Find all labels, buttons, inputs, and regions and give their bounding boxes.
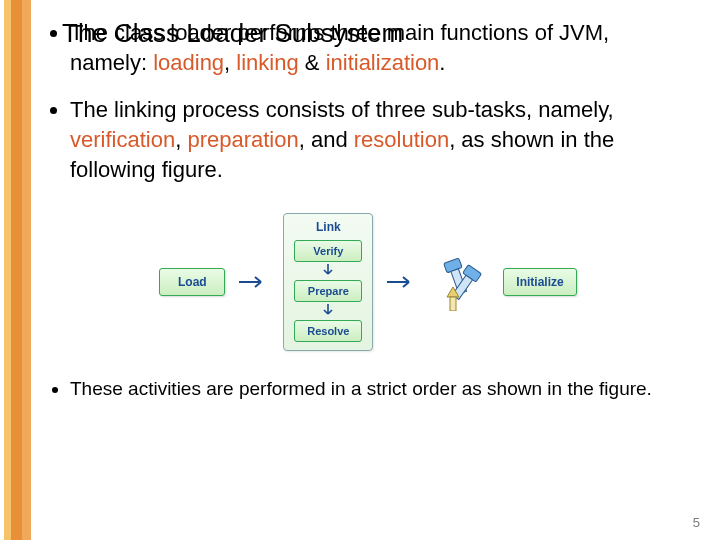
text-run: The linking process consists of three su… xyxy=(70,97,614,122)
arrow-down-icon xyxy=(322,306,334,316)
initialize-box: Initialize xyxy=(503,268,576,296)
bullet-list-2: These activities are performed in a stri… xyxy=(48,376,688,402)
text-run: resolution xyxy=(354,127,449,152)
page-number: 5 xyxy=(693,515,700,530)
arrow-icon xyxy=(387,275,417,289)
text-run: , xyxy=(175,127,187,152)
text-run: These activities are performed in a stri… xyxy=(70,378,652,399)
bullet-item: The linking process consists of three su… xyxy=(70,95,688,184)
classloader-figure: Load Link Verify Prepare Resolve xyxy=(158,202,578,362)
link-box: Link Verify Prepare Resolve xyxy=(283,213,373,351)
text-run: & xyxy=(299,50,326,75)
text-run: , xyxy=(224,50,236,75)
svg-rect-5 xyxy=(450,297,456,311)
load-box: Load xyxy=(159,268,225,296)
text-run: verification xyxy=(70,127,175,152)
text-run: loading xyxy=(153,50,224,75)
link-label: Link xyxy=(316,220,341,234)
slide-title: The Class Loader Subsystem xyxy=(62,18,403,49)
bolts-icon xyxy=(431,253,489,311)
prepare-box: Prepare xyxy=(294,280,362,302)
decorative-sidebar xyxy=(0,0,36,540)
text-run: , and xyxy=(299,127,354,152)
arrow-down-icon xyxy=(322,266,334,276)
slide-content: The Class Loader Subsystem The class loa… xyxy=(48,18,688,420)
resolve-box: Resolve xyxy=(294,320,362,342)
arrow-icon xyxy=(239,275,269,289)
verify-box: Verify xyxy=(294,240,362,262)
text-run: linking xyxy=(236,50,298,75)
bullet-item: These activities are performed in a stri… xyxy=(70,376,688,402)
text-run: . xyxy=(439,50,445,75)
text-run: preparation xyxy=(187,127,298,152)
text-run: initialization xyxy=(326,50,440,75)
